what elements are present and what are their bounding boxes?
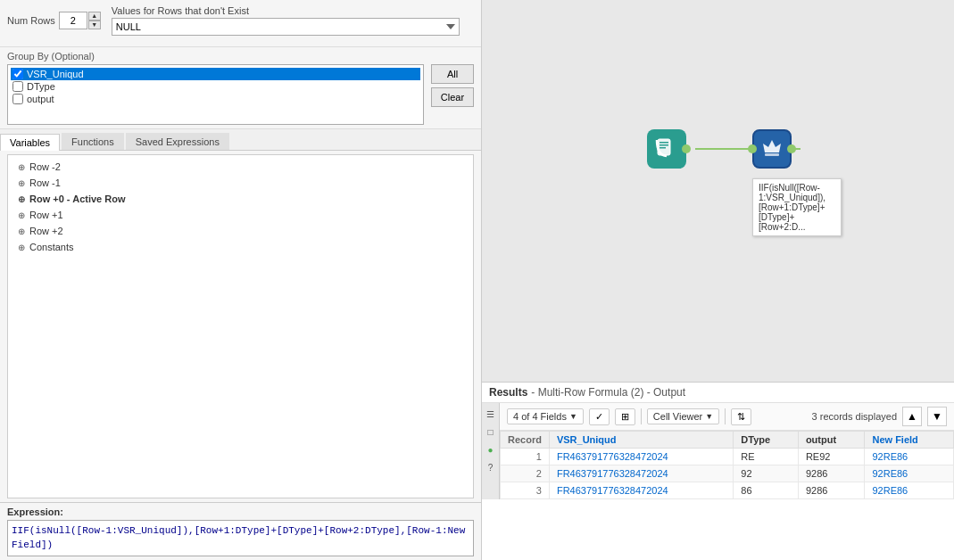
svg-rect-3 bbox=[660, 144, 668, 146]
spinner-down-btn[interactable]: ▼ bbox=[88, 21, 101, 29]
expander-row-minus2: ⊕ bbox=[15, 161, 28, 173]
expression-area: Expression: IIF(isNull([Row-1:VSR_Uniqud… bbox=[0, 502, 481, 560]
fields-dropdown[interactable]: 4 of 4 Fields ▼ bbox=[507, 408, 584, 424]
cell-newfield-3: 92RE86 bbox=[865, 482, 954, 499]
left-panel: Num Rows ▲ ▼ Values for Rows that don't … bbox=[0, 0, 482, 560]
group-by-buttons: All Clear bbox=[431, 64, 474, 125]
table-icon: ⊞ bbox=[621, 411, 629, 423]
tab-variables[interactable]: Variables bbox=[0, 134, 60, 151]
tree-label-row-plus2: Row +2 bbox=[29, 226, 63, 236]
tree-row-plus1[interactable]: ⊕ Row +1 bbox=[12, 207, 469, 223]
tree-row-minus1[interactable]: ⊕ Row -1 bbox=[12, 175, 469, 191]
results-panel: Results - Multi-Row Formula (2) - Output… bbox=[482, 382, 954, 560]
records-badge: 3 records displayed bbox=[812, 411, 897, 422]
results-left-sidebar: ☰ □ ● ? bbox=[482, 403, 500, 499]
cell-output-1: RE92 bbox=[798, 449, 865, 465]
formula-node[interactable] bbox=[752, 129, 792, 169]
tree-row-zero[interactable]: ⊕ Row +0 - Active Row bbox=[12, 191, 469, 207]
tab-functions[interactable]: Functions bbox=[62, 133, 124, 150]
crown-formula-icon bbox=[759, 136, 784, 161]
checkbox-output[interactable]: output bbox=[11, 93, 420, 105]
nav-next-icon: ▼ bbox=[932, 410, 942, 423]
tree-panel[interactable]: ⊕ Row -2 ⊕ Row -1 ⊕ Row +0 - Active Row … bbox=[7, 154, 474, 498]
nav-next-btn[interactable]: ▼ bbox=[927, 407, 947, 426]
clear-button[interactable]: Clear bbox=[431, 87, 474, 107]
col-header-record: Record bbox=[501, 432, 550, 449]
tree-constants[interactable]: ⊕ Constants bbox=[12, 239, 469, 255]
table-row: 2 FR463791776328472024 92 9286 92RE86 bbox=[501, 465, 954, 482]
cell-newfield-1: 92RE86 bbox=[865, 449, 954, 465]
input-node-icon bbox=[647, 129, 686, 169]
expander-row-zero: ⊕ bbox=[15, 193, 28, 205]
nav-prev-btn[interactable]: ▲ bbox=[902, 407, 922, 426]
results-table-wrapper: Record VSR_Uniqud DType output New Field… bbox=[500, 431, 954, 499]
svg-rect-4 bbox=[660, 147, 666, 149]
tree-row-minus2[interactable]: ⊕ Row -2 bbox=[12, 159, 469, 175]
num-rows-input[interactable] bbox=[59, 12, 87, 29]
col-header-output[interactable]: output bbox=[798, 432, 865, 449]
sort-btn[interactable]: ⇅ bbox=[731, 408, 751, 425]
num-rows-label: Num Rows bbox=[7, 15, 55, 26]
check-btn[interactable]: ✓ bbox=[589, 408, 610, 425]
group-by-section: Group By (Optional) VSR_Uniqud DType out… bbox=[0, 47, 481, 129]
expander-constants: ⊕ bbox=[15, 241, 28, 253]
null-select[interactable]: NULL bbox=[112, 18, 460, 36]
checkbox-vsr[interactable]: VSR_Uniqud bbox=[11, 68, 420, 80]
tabs-bar: Variables Functions Saved Expressions bbox=[0, 129, 481, 151]
col-header-dtype[interactable]: DType bbox=[734, 432, 799, 449]
svg-rect-5 bbox=[765, 153, 779, 156]
expression-text[interactable]: IIF(isNull([Row-1:VSR_Uniqud]),[Row+1:DT… bbox=[7, 520, 474, 556]
spinner-buttons: ▲ ▼ bbox=[88, 12, 101, 29]
expander-row-minus1: ⊕ bbox=[15, 177, 28, 189]
check-icon: ✓ bbox=[595, 411, 603, 423]
sidebar-menu-icon[interactable]: ☰ bbox=[484, 407, 498, 421]
toolbar-separator-2 bbox=[725, 408, 726, 424]
col-header-newfield[interactable]: New Field bbox=[865, 432, 954, 449]
cell-vsr-1: FR463791776328472024 bbox=[549, 449, 733, 465]
tree-label-row-zero: Row +0 - Active Row bbox=[29, 194, 125, 204]
checkbox-output-input[interactable] bbox=[12, 94, 23, 104]
tab-saved-expressions[interactable]: Saved Expressions bbox=[126, 133, 229, 150]
cell-newfield-2: 92RE86 bbox=[865, 465, 954, 482]
results-header: Results - Multi-Row Formula (2) - Output bbox=[482, 383, 954, 403]
results-main: 4 of 4 Fields ▼ ✓ ⊞ Cell Viewer ▼ bbox=[500, 403, 954, 499]
config-section: Num Rows ▲ ▼ Values for Rows that don't … bbox=[0, 0, 481, 47]
checkbox-list: VSR_Uniqud DType output bbox=[7, 64, 424, 125]
sidebar-circle-icon[interactable]: ● bbox=[484, 442, 498, 457]
sidebar-copy-icon[interactable]: □ bbox=[484, 424, 498, 439]
nav-prev-icon: ▲ bbox=[907, 410, 917, 423]
null-select-group: Values for Rows that don't Exist NULL bbox=[112, 5, 460, 36]
input-node[interactable] bbox=[647, 129, 686, 169]
table-row: 1 FR463791776328472024 RE RE92 92RE86 bbox=[501, 449, 954, 465]
cell-record-1: 1 bbox=[501, 449, 550, 465]
cell-dtype-3: 86 bbox=[734, 482, 799, 499]
all-button[interactable]: All bbox=[431, 64, 474, 84]
checkbox-vsr-input[interactable] bbox=[12, 69, 23, 79]
tooltip-text: IIF(isNull([Row- 1:VSR_Uniqud]), [Row+1:… bbox=[759, 183, 825, 232]
cell-vsr-3: FR463791776328472024 bbox=[549, 482, 733, 499]
checkbox-dtype-input[interactable] bbox=[12, 81, 23, 92]
node-connector-right bbox=[682, 144, 691, 153]
formula-node-icon bbox=[752, 129, 792, 169]
cell-viewer-dropdown[interactable]: Cell Viewer ▼ bbox=[647, 408, 719, 424]
checkbox-dtype[interactable]: DType bbox=[11, 80, 420, 93]
spinner-up-btn[interactable]: ▲ bbox=[88, 12, 101, 21]
table-btn[interactable]: ⊞ bbox=[615, 408, 635, 425]
sort-icon: ⇅ bbox=[737, 411, 745, 423]
results-toolbar-wrapper: ☰ □ ● ? 4 of 4 Fields ▼ ✓ ⊞ bbox=[482, 403, 954, 499]
checkbox-dtype-label: DType bbox=[27, 81, 55, 92]
table-row: 3 FR463791776328472024 86 9286 92RE86 bbox=[501, 482, 954, 499]
tree-row-plus2[interactable]: ⊕ Row +2 bbox=[12, 223, 469, 239]
formula-node-connector-right bbox=[787, 144, 796, 153]
cell-output-2: 9286 bbox=[798, 465, 865, 482]
sidebar-question-icon[interactable]: ? bbox=[484, 460, 498, 474]
cell-dtype-2: 92 bbox=[734, 465, 799, 482]
results-title: Results bbox=[489, 386, 527, 399]
tree-label-row-minus1: Row -1 bbox=[29, 177, 61, 188]
cell-viewer-label: Cell Viewer bbox=[653, 411, 702, 422]
cell-dtype-1: RE bbox=[734, 449, 799, 465]
fields-chevron-icon: ▼ bbox=[569, 412, 577, 421]
cell-viewer-chevron-icon: ▼ bbox=[705, 412, 713, 421]
expander-row-plus1: ⊕ bbox=[15, 209, 28, 221]
col-header-vsr[interactable]: VSR_Uniqud bbox=[549, 432, 733, 449]
